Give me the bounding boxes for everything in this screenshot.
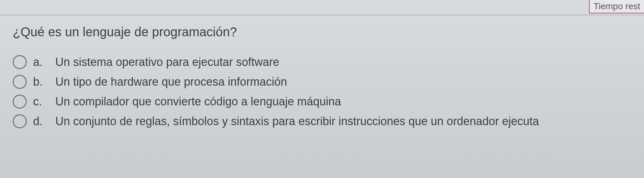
option-letter: a. [33, 55, 49, 69]
option-d[interactable]: d. Un conjunto de reglas, símbolos y sin… [13, 114, 631, 128]
question-content: ¿Qué es un lenguaje de programación? a. … [0, 15, 644, 138]
option-text: Un sistema operativo para ejecutar softw… [55, 55, 279, 69]
option-text: Un compilador que convierte código a len… [55, 95, 341, 108]
radio-icon[interactable] [13, 95, 27, 109]
option-letter: b. [33, 75, 49, 89]
option-letter: c. [33, 95, 49, 108]
top-bar: Tiempo rest [0, 0, 644, 15]
radio-icon[interactable] [13, 114, 27, 128]
option-letter: d. [33, 115, 49, 128]
option-text: Un tipo de hardware que procesa informac… [55, 75, 287, 89]
radio-icon[interactable] [13, 75, 27, 89]
option-text: Un conjunto de reglas, símbolos y sintax… [55, 115, 539, 128]
timer-box: Tiempo rest [589, 0, 644, 13]
option-a[interactable]: a. Un sistema operativo para ejecutar so… [13, 55, 631, 69]
option-b[interactable]: b. Un tipo de hardware que procesa infor… [13, 75, 631, 89]
timer-label: Tiempo rest [593, 1, 640, 11]
option-c[interactable]: c. Un compilador que convierte código a … [13, 95, 631, 109]
options-list: a. Un sistema operativo para ejecutar so… [13, 55, 631, 128]
radio-icon[interactable] [13, 55, 27, 69]
question-text: ¿Qué es un lenguaje de programación? [13, 25, 631, 39]
